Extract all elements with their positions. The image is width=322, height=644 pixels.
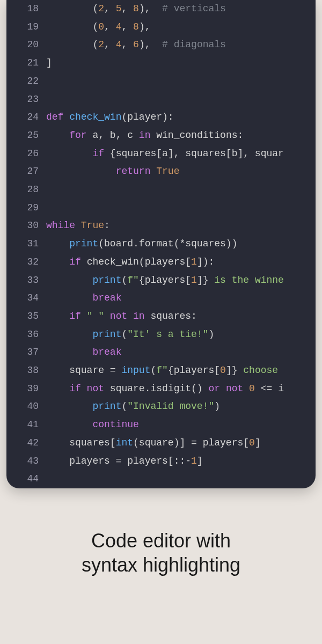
- line-content[interactable]: [46, 91, 316, 109]
- code-line[interactable]: 27 return True: [6, 163, 316, 181]
- code-line[interactable]: 38 square = input(f"{players[0]} choose: [6, 362, 316, 380]
- line-number: 39: [6, 380, 46, 398]
- line-content[interactable]: if check_win(players[1]):: [46, 253, 316, 272]
- line-content[interactable]: while True:: [46, 217, 316, 235]
- code-line[interactable]: 20 (2, 4, 6), # diagonals: [6, 36, 316, 54]
- line-number: 25: [6, 127, 46, 145]
- line-content[interactable]: [46, 470, 316, 488]
- line-number: 32: [6, 253, 46, 272]
- line-number: 33: [6, 272, 46, 290]
- code-line[interactable]: 39 if not square.isdigit() or not 0 <= i: [6, 380, 316, 398]
- line-content[interactable]: continue: [46, 416, 316, 434]
- line-number: 22: [6, 72, 46, 91]
- code-line[interactable]: 29: [6, 199, 316, 217]
- line-number: 34: [6, 289, 46, 308]
- line-content[interactable]: (2, 4, 6), # diagonals: [46, 36, 316, 54]
- caption-line-1: Code editor with: [0, 529, 322, 553]
- line-content[interactable]: (0, 4, 8),: [46, 18, 316, 36]
- code-line[interactable]: 34 break: [6, 289, 316, 308]
- code-area[interactable]: 18 (2, 5, 8), # verticals19 (0, 4, 8),20…: [6, 0, 316, 488]
- line-content[interactable]: if not square.isdigit() or not 0 <= i: [46, 380, 316, 398]
- line-content[interactable]: def check_win(player):: [46, 108, 316, 127]
- code-line[interactable]: 18 (2, 5, 8), # verticals: [6, 0, 316, 18]
- code-line[interactable]: 21]: [6, 54, 316, 72]
- code-line[interactable]: 22: [6, 72, 316, 91]
- line-number: 41: [6, 416, 46, 434]
- line-number: 27: [6, 163, 46, 181]
- code-line[interactable]: 35 if " " not in squares:: [6, 308, 316, 326]
- code-line[interactable]: 28: [6, 181, 316, 199]
- code-line[interactable]: 43 players = players[::-1]: [6, 452, 316, 471]
- line-content[interactable]: print("It' s a tie!"): [46, 326, 316, 344]
- line-number: 43: [6, 452, 46, 471]
- line-number: 37: [6, 343, 46, 362]
- code-editor-card: 18 (2, 5, 8), # verticals19 (0, 4, 8),20…: [6, 0, 316, 488]
- line-content[interactable]: print(board.format(*squares)): [46, 235, 316, 253]
- line-number: 40: [6, 398, 46, 416]
- line-content[interactable]: [46, 181, 316, 199]
- line-number: 18: [6, 0, 46, 18]
- line-content[interactable]: if " " not in squares:: [46, 308, 316, 326]
- line-number: 20: [6, 36, 46, 54]
- code-line[interactable]: 33 print(f"{players[1]} is the winne: [6, 272, 316, 290]
- line-number: 28: [6, 181, 46, 199]
- code-line[interactable]: 19 (0, 4, 8),: [6, 18, 316, 36]
- line-content[interactable]: players = players[::-1]: [46, 452, 316, 471]
- line-number: 36: [6, 326, 46, 344]
- line-number: 23: [6, 91, 46, 109]
- code-line[interactable]: 26 if {squares[a], squares[b], squar: [6, 145, 316, 163]
- code-line[interactable]: 42 squares[int(square)] = players[0]: [6, 434, 316, 452]
- line-number: 29: [6, 199, 46, 217]
- code-line[interactable]: 30while True:: [6, 217, 316, 235]
- line-number: 21: [6, 54, 46, 72]
- line-content[interactable]: for a, b, c in win_conditions:: [46, 127, 316, 145]
- line-number: 38: [6, 362, 46, 380]
- line-number: 26: [6, 145, 46, 163]
- line-content[interactable]: if {squares[a], squares[b], squar: [46, 145, 316, 163]
- code-line[interactable]: 37 break: [6, 343, 316, 362]
- code-line[interactable]: 44: [6, 470, 316, 488]
- line-content[interactable]: (2, 5, 8), # verticals: [46, 0, 316, 18]
- line-content[interactable]: break: [46, 289, 316, 308]
- line-number: 19: [6, 18, 46, 36]
- code-line[interactable]: 23: [6, 91, 316, 109]
- line-number: 35: [6, 308, 46, 326]
- code-line[interactable]: 41 continue: [6, 416, 316, 434]
- line-number: 44: [6, 470, 46, 488]
- code-line[interactable]: 32 if check_win(players[1]):: [6, 253, 316, 272]
- code-line[interactable]: 31 print(board.format(*squares)): [6, 235, 316, 253]
- line-content[interactable]: square = input(f"{players[0]} choose: [46, 362, 316, 380]
- line-number: 31: [6, 235, 46, 253]
- line-content[interactable]: print("Invalid move!"): [46, 398, 316, 416]
- code-line[interactable]: 25 for a, b, c in win_conditions:: [6, 127, 316, 145]
- line-content[interactable]: [46, 199, 316, 217]
- line-content[interactable]: squares[int(square)] = players[0]: [46, 434, 316, 452]
- line-content[interactable]: break: [46, 343, 316, 362]
- line-number: 42: [6, 434, 46, 452]
- line-content[interactable]: ]: [46, 54, 316, 72]
- line-number: 30: [6, 217, 46, 235]
- caption: Code editor with syntax highlighting: [0, 529, 322, 577]
- line-content[interactable]: return True: [46, 163, 316, 181]
- code-line[interactable]: 40 print("Invalid move!"): [6, 398, 316, 416]
- line-content[interactable]: [46, 72, 316, 91]
- code-line[interactable]: 24def check_win(player):: [6, 108, 316, 127]
- code-line[interactable]: 36 print("It' s a tie!"): [6, 326, 316, 344]
- line-content[interactable]: print(f"{players[1]} is the winne: [46, 272, 316, 290]
- caption-line-2: syntax highlighting: [0, 553, 322, 577]
- line-number: 24: [6, 108, 46, 127]
